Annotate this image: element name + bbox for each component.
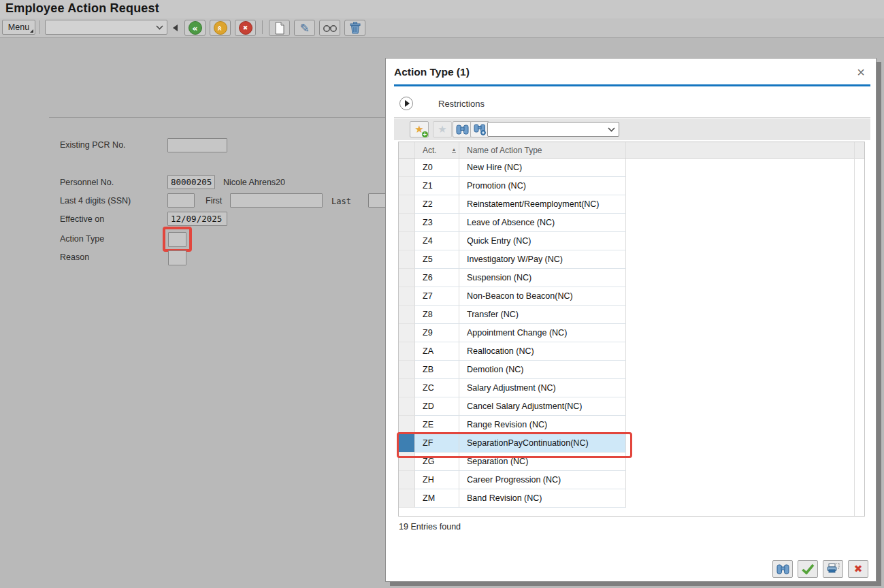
footer-find-button[interactable] bbox=[772, 560, 793, 578]
row-select-cell[interactable] bbox=[399, 342, 415, 361]
row-select-cell[interactable] bbox=[399, 361, 415, 379]
row-select-cell[interactable] bbox=[399, 232, 415, 250]
row-select-cell[interactable] bbox=[399, 453, 415, 471]
personnel-no-input[interactable] bbox=[167, 175, 215, 189]
create-button[interactable] bbox=[269, 20, 290, 36]
row-code: Z7 bbox=[415, 287, 459, 306]
column-header-act[interactable]: Act. ▴ bbox=[415, 142, 459, 158]
table-row[interactable]: Z8 Transfer (NC) bbox=[399, 306, 864, 324]
value-help-toolbar: ★ + ★ bbox=[394, 118, 870, 140]
row-code: ZF bbox=[415, 434, 459, 453]
dialog-title-rule bbox=[394, 84, 870, 86]
row-select-cell[interactable] bbox=[399, 177, 415, 195]
row-select-cell[interactable] bbox=[399, 397, 415, 416]
sap-screen: Employee Action Request Menu « « ✖ bbox=[0, 0, 884, 588]
row-select-cell[interactable] bbox=[399, 269, 415, 287]
row-filler bbox=[626, 361, 864, 379]
column-header-name[interactable]: Name of Action Type bbox=[459, 142, 626, 158]
row-select-cell[interactable] bbox=[399, 214, 415, 232]
row-code: Z2 bbox=[415, 195, 459, 214]
existing-pcr-input[interactable] bbox=[167, 138, 227, 152]
menu-button[interactable]: Menu bbox=[2, 20, 35, 35]
table-row[interactable]: Z5 Investigatory W/Pay (NC) bbox=[399, 250, 864, 269]
row-name: New Hire (NC) bbox=[459, 159, 626, 177]
binoculars-plus-icon bbox=[474, 124, 487, 135]
row-select-cell[interactable] bbox=[399, 324, 415, 342]
cancel-button[interactable]: ✖ bbox=[235, 20, 256, 36]
find-button[interactable] bbox=[453, 121, 472, 137]
effective-date-input[interactable] bbox=[167, 212, 227, 226]
red-x-icon: ✖ bbox=[854, 564, 863, 574]
display-button[interactable] bbox=[319, 20, 340, 36]
scrollbar-track[interactable] bbox=[854, 142, 855, 516]
transaction-combobox[interactable] bbox=[45, 20, 167, 35]
row-filler bbox=[626, 232, 864, 250]
row-name: Career Progression (NC) bbox=[459, 471, 626, 489]
table-row[interactable]: Z4 Quick Entry (NC) bbox=[399, 232, 864, 250]
table-row[interactable]: Z3 Leave of Absence (NC) bbox=[399, 214, 864, 232]
app-titlebar: Employee Action Request bbox=[0, 0, 884, 18]
restrictions-label: Restrictions bbox=[438, 99, 485, 109]
row-name: Reallocation (NC) bbox=[459, 342, 626, 361]
table-row[interactable]: ZF SeparationPayContinuation(NC) bbox=[399, 434, 864, 453]
toolbar-separator bbox=[39, 20, 40, 34]
row-filler bbox=[626, 434, 864, 453]
table-row[interactable]: ZH Career Progression (NC) bbox=[399, 471, 864, 489]
edit-button[interactable]: ✎ bbox=[294, 20, 315, 36]
reason-input[interactable] bbox=[168, 250, 186, 265]
table-row[interactable]: ZG Separation (NC) bbox=[399, 453, 864, 471]
effective-on-label: Effective on bbox=[60, 214, 104, 224]
table-row[interactable]: ZB Demotion (NC) bbox=[399, 361, 864, 379]
table-row[interactable]: Z1 Promotion (NC) bbox=[399, 177, 864, 195]
row-code: Z3 bbox=[415, 214, 459, 232]
table-row[interactable]: Z6 Suspension (NC) bbox=[399, 269, 864, 287]
table-row[interactable]: Z0 New Hire (NC) bbox=[399, 159, 864, 177]
personal-list-add-button[interactable]: ★ + bbox=[410, 121, 429, 137]
row-select-cell[interactable] bbox=[399, 195, 415, 214]
trash-icon bbox=[350, 22, 361, 34]
main-toolbar: Menu « « ✖ ✎ bbox=[0, 18, 884, 38]
exit-button[interactable]: « bbox=[210, 20, 231, 36]
row-select-cell[interactable] bbox=[399, 159, 415, 177]
row-select-cell[interactable] bbox=[399, 306, 415, 324]
row-code: ZG bbox=[415, 453, 459, 471]
table-row[interactable]: Z9 Appointment Change (NC) bbox=[399, 324, 864, 342]
menu-corner-icon bbox=[30, 29, 33, 33]
row-filler bbox=[626, 471, 864, 489]
table-row[interactable]: Z2 Reinstatement/Reemployment(NC) bbox=[399, 195, 864, 214]
table-row[interactable]: ZM Band Revision (NC) bbox=[399, 489, 864, 508]
row-select-cell[interactable] bbox=[399, 250, 415, 269]
row-select-cell[interactable] bbox=[399, 287, 415, 306]
row-select-cell[interactable] bbox=[399, 379, 415, 397]
close-icon[interactable]: × bbox=[857, 65, 865, 79]
row-select-cell[interactable] bbox=[399, 416, 415, 434]
expand-restrictions-button[interactable] bbox=[399, 97, 413, 110]
back-button[interactable]: « bbox=[184, 20, 206, 36]
row-filler bbox=[626, 397, 864, 416]
action-type-input[interactable] bbox=[168, 232, 186, 247]
accept-button[interactable] bbox=[798, 560, 818, 578]
dialog-title: Action Type (1) bbox=[394, 66, 470, 78]
row-select-cell[interactable] bbox=[399, 489, 415, 508]
table-row[interactable]: ZA Reallocation (NC) bbox=[399, 342, 864, 361]
row-filler bbox=[626, 177, 864, 195]
table-row[interactable]: ZE Range Revision (NC) bbox=[399, 416, 864, 434]
find-next-button[interactable] bbox=[470, 121, 489, 137]
ssn-label: Last 4 digits (SSN) bbox=[60, 196, 131, 206]
first-name-input[interactable] bbox=[230, 193, 323, 208]
group-divider bbox=[49, 117, 385, 118]
table-row[interactable]: ZD Cancel Salary Adjustment(NC) bbox=[399, 397, 864, 416]
collapse-toolbar-icon[interactable] bbox=[173, 24, 178, 31]
table-row[interactable]: Z7 Non-Beacon to Beacon(NC) bbox=[399, 287, 864, 306]
row-name: Investigatory W/Pay (NC) bbox=[459, 250, 626, 269]
search-term-combobox[interactable] bbox=[487, 122, 619, 137]
row-name: Demotion (NC) bbox=[459, 361, 626, 379]
footer-cancel-button[interactable]: ✖ bbox=[848, 560, 868, 578]
ssn-input[interactable] bbox=[167, 193, 195, 208]
print-button[interactable] bbox=[823, 560, 843, 578]
row-select-cell[interactable] bbox=[399, 434, 415, 453]
delete-button[interactable] bbox=[344, 20, 365, 36]
table-row[interactable]: ZC Salary Adjustment (NC) bbox=[399, 379, 864, 397]
value-help-table: Act. ▴ Name of Action Type Z0 New Hire (… bbox=[398, 142, 865, 517]
row-select-cell[interactable] bbox=[399, 471, 415, 489]
